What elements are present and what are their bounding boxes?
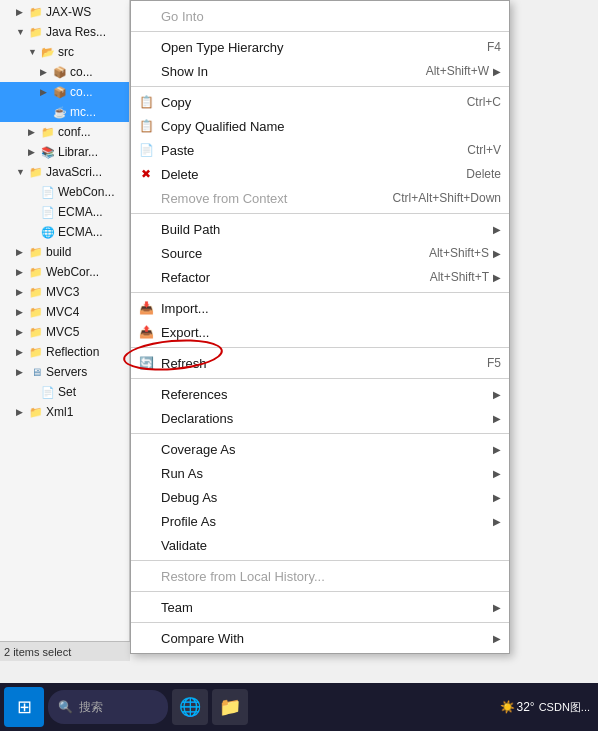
tree-item-javascri[interactable]: ▼ 📁 JavaScri...: [0, 162, 129, 182]
tree-item-xml1[interactable]: ▶ 📁 Xml1: [0, 402, 129, 422]
menu-item-paste[interactable]: 📄 Paste Ctrl+V: [131, 138, 509, 162]
menu-text-run-as: Run As: [161, 466, 489, 481]
menu-text-paste: Paste: [161, 143, 447, 158]
tree-label-ecma1: ECMA...: [58, 205, 103, 219]
taskbar-app-browser[interactable]: 🌐: [172, 689, 208, 725]
menu-item-delete[interactable]: ✖ Delete Delete: [131, 162, 509, 186]
search-label: 搜索: [79, 699, 103, 716]
tree-arrow: ▶: [16, 7, 28, 17]
tree-item-librar[interactable]: ▶ 📚 Librar...: [0, 142, 129, 162]
tree-arrow: ▶: [16, 247, 28, 257]
menu-item-references[interactable]: References ▶: [131, 382, 509, 406]
menu-item-restore-history: Restore from Local History...: [131, 564, 509, 588]
menu-text-profile-as: Profile As: [161, 514, 489, 529]
menu-text-copy: Copy: [161, 95, 447, 110]
menu-item-declarations[interactable]: Declarations ▶: [131, 406, 509, 430]
menu-item-export[interactable]: 📤 Export...: [131, 320, 509, 344]
menu-item-copy[interactable]: 📋 Copy Ctrl+C: [131, 90, 509, 114]
taskbar-tray: ☀️ 32° CSDN图...: [500, 700, 595, 714]
tree-arrow: ▼: [16, 167, 28, 177]
tree-arrow: ▶: [40, 67, 52, 77]
menu-item-debug-as[interactable]: Debug As ▶: [131, 485, 509, 509]
tree-icon-co1: 📦: [52, 64, 68, 80]
tree-icon-java-res: 📁: [28, 24, 44, 40]
tree-item-webcor[interactable]: ▶ 📁 WebCor...: [0, 262, 129, 282]
menu-shortcut-remove-context: Ctrl+Alt+Shift+Down: [393, 191, 501, 205]
tree-label-java-res: Java Res...: [46, 25, 106, 39]
taskbar-app-folder[interactable]: 📁: [212, 689, 248, 725]
copy-icon: 📋: [137, 93, 155, 111]
submenu-arrow: ▶: [493, 224, 501, 235]
tree-label-mvc3: MVC3: [46, 285, 79, 299]
tree-item-co1[interactable]: ▶ 📦 co...: [0, 62, 129, 82]
menu-text-compare-with: Compare With: [161, 631, 489, 646]
tree-item-build[interactable]: ▶ 📁 build: [0, 242, 129, 262]
menu-text-go-into: Go Into: [161, 9, 501, 24]
tree-item-mvc4[interactable]: ▶ 📁 MVC4: [0, 302, 129, 322]
submenu-arrow: ▶: [493, 272, 501, 283]
tree-item-set[interactable]: 📄 Set: [0, 382, 129, 402]
tree-arrow: ▼: [16, 27, 28, 37]
menu-item-team[interactable]: Team ▶: [131, 595, 509, 619]
tree-item-src[interactable]: ▼ 📂 src: [0, 42, 129, 62]
tree-icon-xml1: 📁: [28, 404, 44, 420]
tree-arrow: ▼: [28, 47, 40, 57]
submenu-arrow: ▶: [493, 413, 501, 424]
submenu-arrow: ▶: [493, 492, 501, 503]
tree-icon-webcon: 📄: [40, 184, 56, 200]
tree-item-reflection[interactable]: ▶ 📁 Reflection: [0, 342, 129, 362]
tree-item-mvc3[interactable]: ▶ 📁 MVC3: [0, 282, 129, 302]
browser-icon: 🌐: [179, 696, 201, 718]
paste-icon: 📄: [137, 141, 155, 159]
menu-item-profile-as[interactable]: Profile As ▶: [131, 509, 509, 533]
menu-icon-empty: [137, 409, 155, 427]
tree-item-mvc5[interactable]: ▶ 📁 MVC5: [0, 322, 129, 342]
menu-text-refactor: Refactor: [161, 270, 410, 285]
tree-arrow: ▶: [16, 367, 28, 377]
tree-label-webcon: WebCon...: [58, 185, 114, 199]
tree-item-co2[interactable]: ▶ 📦 co...: [0, 82, 129, 102]
tree-item-servers[interactable]: ▶ 🖥 Servers: [0, 362, 129, 382]
menu-item-open-type-hierarchy[interactable]: Open Type Hierarchy F4: [131, 35, 509, 59]
menu-text-declarations: Declarations: [161, 411, 489, 426]
menu-item-compare-with[interactable]: Compare With ▶: [131, 626, 509, 650]
tree-label-jax-ws: JAX-WS: [46, 5, 91, 19]
tree-arrow: ▶: [16, 327, 28, 337]
menu-text-build-path: Build Path: [161, 222, 489, 237]
tree-item-jax-ws[interactable]: ▶ 📁 JAX-WS: [0, 2, 129, 22]
menu-item-refactor[interactable]: Refactor Alt+Shift+T ▶: [131, 265, 509, 289]
tree-icon-mvc3: 📁: [28, 284, 44, 300]
menu-item-coverage-as[interactable]: Coverage As ▶: [131, 437, 509, 461]
tree-arrow: ▶: [40, 87, 52, 97]
menu-text-source: Source: [161, 246, 409, 261]
refresh-icon: 🔄: [137, 354, 155, 372]
menu-item-build-path[interactable]: Build Path ▶: [131, 217, 509, 241]
tree-item-conf[interactable]: ▶ 📁 conf...: [0, 122, 129, 142]
tree-item-webcon[interactable]: 📄 WebCon...: [0, 182, 129, 202]
csdn-label: CSDN图...: [539, 701, 590, 713]
start-button[interactable]: ⊞: [4, 687, 44, 727]
menu-text-import: Import...: [161, 301, 501, 316]
menu-separator-sep3: [131, 213, 509, 214]
tree-label-mvc4: MVC4: [46, 305, 79, 319]
tree-item-ecma1[interactable]: 📄 ECMA...: [0, 202, 129, 222]
tree-item-mc[interactable]: ☕ mc...: [0, 102, 129, 122]
tree-item-ecma2[interactable]: 🌐 ECMA...: [0, 222, 129, 242]
taskbar-search[interactable]: 🔍 搜索: [48, 690, 168, 724]
menu-item-run-as[interactable]: Run As ▶: [131, 461, 509, 485]
menu-icon-empty: [137, 567, 155, 585]
menu-item-show-in[interactable]: Show In Alt+Shift+W ▶: [131, 59, 509, 83]
temperature-text: 32°: [517, 700, 535, 714]
tree-label-ecma2: ECMA...: [58, 225, 103, 239]
menu-item-import[interactable]: 📥 Import...: [131, 296, 509, 320]
tree-item-java-res[interactable]: ▼ 📁 Java Res...: [0, 22, 129, 42]
tree-icon-set: 📄: [40, 384, 56, 400]
menu-icon-empty: [137, 440, 155, 458]
windows-icon: ⊞: [17, 696, 32, 718]
menu-item-copy-qualified[interactable]: 📋 Copy Qualified Name: [131, 114, 509, 138]
menu-separator-sep2: [131, 86, 509, 87]
menu-item-validate[interactable]: Validate: [131, 533, 509, 557]
menu-item-refresh[interactable]: 🔄 Refresh F5: [131, 351, 509, 375]
menu-item-source[interactable]: Source Alt+Shift+S ▶: [131, 241, 509, 265]
tree-icon-build: 📁: [28, 244, 44, 260]
